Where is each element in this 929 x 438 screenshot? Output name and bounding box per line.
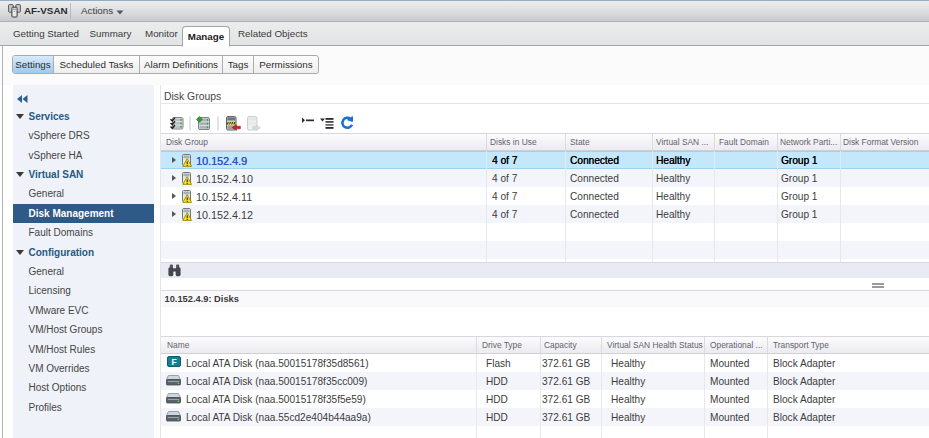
svg-text:F: F	[171, 357, 176, 367]
